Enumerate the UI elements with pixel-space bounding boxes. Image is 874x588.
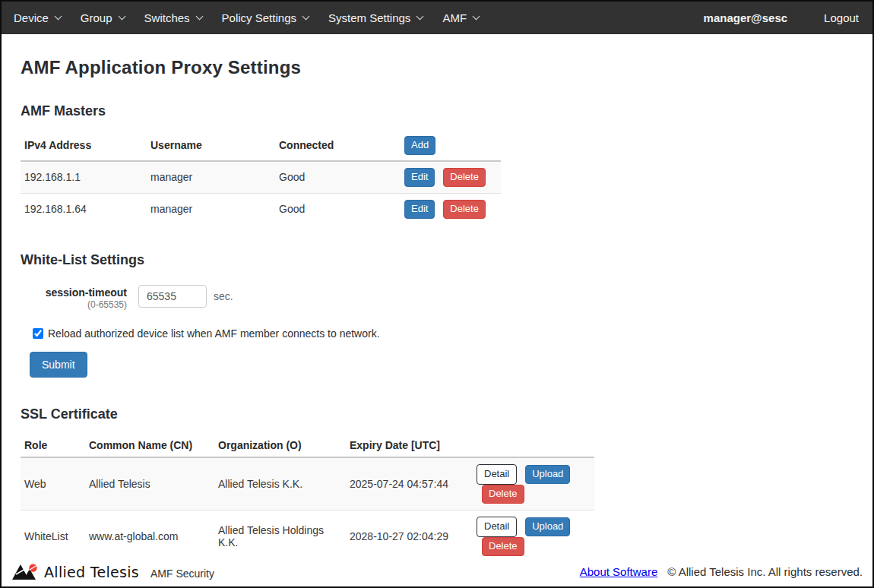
logged-in-user: manager@sesc [704,11,788,24]
chevron-down-icon [302,13,310,21]
column-header-username: Username [147,130,275,161]
column-header-organization: Organization (O) [214,433,346,457]
logout-button[interactable]: Logout [824,11,860,24]
submit-button[interactable]: Submit [30,352,87,378]
session-timeout-row: session-timeout (0-65535) sec. [21,285,853,311]
expiry-cell: 2025-07-24 04:57:44 [346,457,473,510]
brand-name: Allied Telesis [44,564,139,580]
reload-checkbox-label[interactable]: Reload authorized device list when AMF m… [48,327,380,340]
delete-certificate-button[interactable]: Delete [482,485,524,504]
navbar-right: manager@sesc Logout [704,11,860,24]
nav-menu-label: Policy Settings [222,11,296,24]
nav-menu-switches[interactable]: Switches [135,11,212,24]
table-row: WhiteList www.at-global.com Allied Teles… [21,510,594,561]
column-header-ipv4: IPv4 Address [21,130,147,161]
connected-cell: Good [275,161,401,193]
product-name: AMF Security [150,564,214,580]
nav-menu-amf[interactable]: AMF [432,11,489,24]
chevron-down-icon [118,13,125,21]
upload-certificate-button[interactable]: Upload [525,465,570,484]
column-header-common-name: Common Name (CN) [85,433,214,457]
delete-master-button[interactable]: Delete [443,200,486,219]
column-header-expiry: Expiry Date [UTC] [346,433,473,457]
page-footer: Allied Telesis AMF Security About Softwa… [2,562,872,586]
ssl-certificate-heading: SSL Certificate [21,406,853,422]
delete-master-button[interactable]: Delete [443,168,486,187]
amf-masters-table: IPv4 Address Username Connected Add 192.… [21,130,501,225]
nav-menu-label: Group [81,11,112,24]
chevron-down-icon [473,13,480,21]
nav-menu-label: System Settings [328,11,410,24]
expiry-cell: 2028-10-27 02:04:29 [346,510,473,561]
nav-menu-policy-settings[interactable]: Policy Settings [212,11,318,24]
copyright-text: © Allied Telesis Inc. All rights reserve… [667,565,863,578]
organization-cell: Allied Telesis Holdings K.K. [214,510,346,561]
chevron-down-icon [195,13,203,21]
session-timeout-label: session-timeout [21,286,127,300]
top-navbar: Device Group Switches Policy Settings Sy… [2,2,872,34]
nav-menu-label: Device [14,11,49,24]
organization-cell: Allied Telesis K.K. [214,457,346,510]
chevron-down-icon [416,13,424,21]
about-software-link[interactable]: About Software [580,565,658,578]
role-cell: WhiteList [21,510,85,561]
role-cell: Web [21,457,85,510]
common-name-cell: www.at-global.com [85,510,214,561]
detail-certificate-button[interactable]: Detail [477,464,517,485]
session-timeout-unit: sec. [214,285,233,302]
ipv4-cell: 192.168.1.1 [21,161,147,193]
nav-menu-group[interactable]: Group [71,11,135,24]
column-header-role: Role [21,433,85,457]
username-cell: manager [147,193,275,224]
chevron-down-icon [54,13,62,21]
brand-block: Allied Telesis AMF Security [11,562,214,581]
whitelist-settings-heading: White-List Settings [21,252,853,268]
table-row: 192.168.1.64 manager Good Edit Delete [21,193,501,224]
detail-certificate-button[interactable]: Detail [477,517,517,537]
delete-certificate-button[interactable]: Delete [482,537,524,556]
session-timeout-input[interactable] [138,285,207,308]
table-row: Web Allied Telesis Allied Telesis K.K. 2… [21,457,594,510]
table-row: 192.168.1.1 manager Good Edit Delete [21,161,501,193]
footer-right: About Software © Allied Telesis Inc. All… [580,565,863,578]
session-timeout-label-block: session-timeout (0-65535) [21,285,127,311]
nav-menu-label: Switches [144,11,190,24]
ipv4-cell: 192.168.1.64 [21,193,147,224]
page-title: AMF Application Proxy Settings [21,57,853,78]
column-header-connected: Connected [275,130,401,161]
nav-menu-label: AMF [442,11,467,24]
ssl-certificate-table: Role Common Name (CN) Organization (O) E… [21,433,594,562]
nav-menu-device[interactable]: Device [14,11,71,24]
reload-checkbox-row: Reload authorized device list when AMF m… [33,327,853,340]
edit-master-button[interactable]: Edit [404,168,435,187]
add-master-button[interactable]: Add [404,136,435,155]
allied-telesis-logo-icon [11,562,39,581]
upload-certificate-button[interactable]: Upload [525,517,570,536]
connected-cell: Good [275,193,401,224]
app-window: Device Group Switches Policy Settings Sy… [0,0,874,588]
username-cell: manager [147,161,275,193]
nav-menu-system-settings[interactable]: System Settings [318,11,432,24]
amf-masters-heading: AMF Masters [21,103,853,119]
session-timeout-range: (0-65535) [21,299,127,311]
common-name-cell: Allied Telesis [85,457,214,510]
edit-master-button[interactable]: Edit [404,200,435,219]
reload-device-list-checkbox[interactable] [33,328,43,339]
